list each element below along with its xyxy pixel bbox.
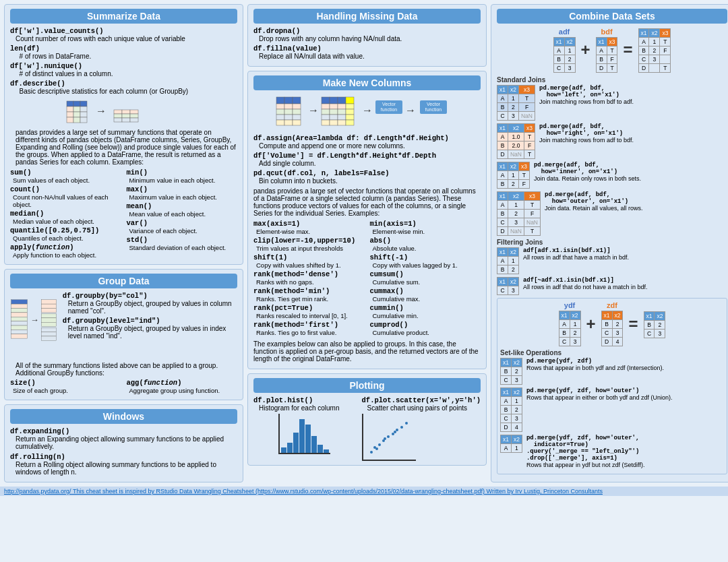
svg-rect-73 <box>322 120 330 125</box>
svg-rect-49 <box>293 109 301 115</box>
scatter-visual <box>362 414 416 461</box>
set-ops-header: ydf x1x2 A1 B2 C3 + zdf x1x2 B2 <box>500 301 724 346</box>
new-cols-title: Make New Columns <box>253 75 481 90</box>
plotting-panel: Plotting df.plot.hist() Histogram for ea… <box>247 373 487 466</box>
svg-text:Vector: Vector <box>427 102 441 106</box>
svg-rect-9 <box>67 117 73 123</box>
svg-rect-70 <box>330 115 338 120</box>
svg-rect-71 <box>338 115 346 120</box>
group-extra-fns: size() Size of each group. agg(function)… <box>10 379 237 396</box>
svg-rect-51 <box>284 115 293 120</box>
svg-text:→: → <box>30 315 39 325</box>
svg-rect-4 <box>73 106 80 112</box>
svg-rect-41 <box>276 97 284 104</box>
svg-rect-20 <box>130 114 138 118</box>
new-cols-visual: → <box>253 94 481 131</box>
fn-value-counts-desc: Count number of rows with each unique va… <box>16 35 237 42</box>
combine-title: Combine Data Sets <box>497 9 727 24</box>
missing-title: Handling Missing Data <box>253 9 481 24</box>
svg-rect-64 <box>346 104 354 109</box>
fn-len: len(df) <box>10 44 237 53</box>
svg-rect-53 <box>276 120 284 125</box>
svg-text:→: → <box>405 104 416 116</box>
combine-panel: Combine Data Sets adf x1x2 A1 B2 C3 + bd… <box>491 4 728 482</box>
svg-rect-16 <box>122 110 130 114</box>
svg-rect-52 <box>293 115 301 120</box>
svg-rect-48 <box>284 109 293 115</box>
svg-rect-10 <box>73 117 80 123</box>
svg-rect-7 <box>73 112 80 117</box>
svg-rect-66 <box>330 109 338 115</box>
combine-visual-header: adf x1x2 A1 B2 C3 + bdf x1x3 AT BF <box>497 27 727 73</box>
join-left: x1x2x3 A1T B2F C3NaN pd.merge(adf, bdf, … <box>497 85 727 121</box>
vector-fn-list: max(axis=1) Element-wise max. clip(lower… <box>253 220 481 338</box>
set-intersect: x1x2 B2 C3 pd.merge(ydf, zdf) Rows that … <box>500 358 724 385</box>
svg-rect-15 <box>114 118 122 122</box>
svg-rect-38 <box>41 327 56 332</box>
svg-rect-37 <box>41 322 56 326</box>
svg-rect-34 <box>41 308 56 312</box>
svg-rect-24 <box>11 308 28 312</box>
fn-len-desc: # of rows in DataFrame. <box>16 53 237 60</box>
svg-text:Vector: Vector <box>382 102 396 106</box>
svg-rect-17 <box>122 114 130 118</box>
svg-rect-57 <box>322 97 330 104</box>
footer: http://pandas.pydata.org/ This cheat she… <box>0 487 728 496</box>
svg-text:function: function <box>425 107 442 112</box>
svg-rect-36 <box>41 318 56 322</box>
svg-rect-23 <box>11 304 28 308</box>
windows-panel: Windows df.expanding() Return an Expandi… <box>4 404 243 482</box>
vector-text: pandas provides a large set of vector fu… <box>253 187 481 217</box>
summarize-visual: → <box>10 98 237 126</box>
group-title: Group Data <box>10 274 237 288</box>
svg-rect-11 <box>80 117 87 123</box>
svg-rect-59 <box>338 97 346 104</box>
svg-rect-63 <box>338 104 346 109</box>
svg-rect-69 <box>322 115 330 120</box>
join-right: x1x2x3 A1.0T B2.0F DNaNT pd.merge(adf, b… <box>497 123 727 159</box>
standard-joins-title: Standard Joins <box>497 76 727 84</box>
histogram-visual <box>253 414 355 454</box>
svg-rect-18 <box>122 118 130 122</box>
svg-rect-32 <box>41 300 56 304</box>
svg-rect-19 <box>130 110 138 114</box>
filter-join-not-isin: x1x2 C3 adf[~adf.x1.isin(bdf.x1)] All ro… <box>497 277 727 295</box>
missing-panel: Handling Missing Data df.dropna() Drop r… <box>247 4 487 67</box>
svg-rect-55 <box>293 120 301 125</box>
summarize-title: Summarize Data <box>10 9 237 24</box>
summarize-body: pandas provides a large set of summary f… <box>16 129 237 166</box>
group-visual-area: → df.groupby(by="col") Return a GroupBy … <box>10 292 237 359</box>
svg-rect-13 <box>114 110 122 114</box>
filter-join-isin: x1x2 A1 B2 adf[adf.x1.isin(bdf.x1)] All … <box>497 247 727 274</box>
filtering-joins-title: Filtering Joins <box>497 239 727 246</box>
svg-rect-26 <box>11 317 28 321</box>
fn-nunique: df['w'].nunique() <box>10 62 237 70</box>
svg-rect-58 <box>330 97 338 104</box>
svg-rect-28 <box>11 325 28 330</box>
svg-rect-46 <box>293 104 301 109</box>
svg-rect-50 <box>276 115 284 120</box>
fn-value-counts: df['w'].value_counts() <box>10 27 237 35</box>
svg-rect-45 <box>284 104 293 109</box>
windows-title: Windows <box>10 409 237 424</box>
join-outer: x1x2x3 A1T B2F C3NaN DNaNT pd.merge(adf,… <box>497 191 727 236</box>
svg-text:→: → <box>96 105 107 117</box>
set-ops-title: Set-like Operations <box>500 349 724 356</box>
svg-rect-40 <box>41 336 56 340</box>
set-ops-section: ydf x1x2 A1 B2 C3 + zdf x1x2 B2 <box>497 298 727 474</box>
svg-rect-27 <box>11 321 28 325</box>
svg-rect-6 <box>67 112 73 117</box>
svg-rect-67 <box>338 109 346 115</box>
svg-rect-76 <box>346 120 354 125</box>
svg-rect-75 <box>338 120 346 125</box>
set-union: x1x2 A1 B2 C3 D4 pd.merge(ydf, zdf, how=… <box>500 387 724 432</box>
plotting-title: Plotting <box>253 378 481 393</box>
svg-rect-47 <box>276 109 284 115</box>
svg-rect-22 <box>11 300 28 304</box>
svg-rect-21 <box>130 118 138 122</box>
svg-rect-72 <box>346 115 354 120</box>
svg-rect-54 <box>284 120 293 125</box>
svg-rect-8 <box>80 112 87 117</box>
fn-describe: df.describe() <box>10 80 237 88</box>
fn-list: sum() Sum values of each object. count()… <box>10 168 237 260</box>
